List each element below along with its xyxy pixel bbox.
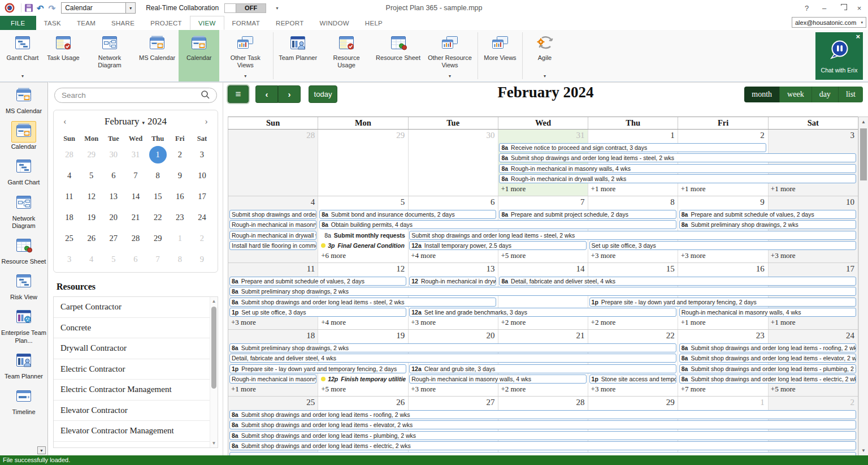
list-item[interactable]: Drywall Contractor [54,338,218,359]
menu-tab-window[interactable]: WINDOW [312,16,357,30]
mini-calendar-day[interactable]: 4 [58,165,80,186]
ribbon-button-team-planner[interactable]: Team Planner [275,30,320,81]
mini-calendar-day[interactable]: 28 [58,144,80,165]
calendar-event[interactable]: Rough-in mechanical in masonry v [229,220,316,229]
sidebar-expand-icon[interactable]: ▼ [37,446,46,454]
mini-calendar-day[interactable]: 13 [102,186,124,207]
view-button-day[interactable]: day [812,87,839,102]
calendar-event[interactable]: Rough-in mechanical in masonry walls, 4 … [679,308,856,317]
list-item[interactable]: Elevator Contractor Management [54,421,218,442]
calendar-event[interactable]: Submit shop drawings and order long lead… [409,231,856,240]
mini-calendar-day[interactable]: 6 [102,165,124,186]
menu-tab-format[interactable]: FORMAT [224,16,268,30]
ribbon-button-task-usage[interactable]: Task Usage [43,30,84,81]
mini-calendar-day[interactable]: 24 [191,207,213,228]
mini-calendar-day[interactable]: 9 [191,249,213,270]
mini-calendar-day[interactable]: 17 [191,186,213,207]
calendar-event[interactable]: 8aSubmit bond and insurance documents, 2… [319,210,496,219]
mini-calendar-day[interactable]: 22 [147,207,169,228]
search-box[interactable] [54,88,217,103]
calendar-event[interactable]: 8aSubmit preliminary shop drawings, 2 wk… [229,287,856,296]
mini-calendar-day[interactable]: 9 [169,165,191,186]
calendar-event[interactable]: 1pSet up site office, 3 days [229,308,406,317]
mini-calendar-day[interactable]: 12 [80,186,102,207]
mini-calendar-day[interactable]: 21 [124,207,146,228]
mini-calendar-day[interactable]: 29 [147,228,169,249]
more-link[interactable]: +3 more [681,251,706,260]
realtime-collab-toggle[interactable]: OFF [224,3,266,13]
mini-calendar-day[interactable]: 19 [80,207,102,228]
ribbon-button-gantt-chart[interactable]: Gantt Chart▾ [2,30,43,81]
calendar-event[interactable]: 8aSubmit shop drawings and order long le… [229,441,856,450]
mini-calendar-day[interactable]: 3 [191,144,213,165]
sidebar-item-resource-sheet[interactable]: Resource Sheet [0,236,47,265]
calendar-event[interactable]: 8aSubmit shop drawings and order long le… [499,153,856,162]
chat-with-erix-button[interactable]: × Chat with Erix [815,32,863,80]
mini-calendar-next-icon[interactable]: › [205,116,208,127]
calendar-event[interactable]: 3pFinal General Condition [319,241,406,250]
more-link[interactable]: +1 more [681,184,706,193]
mini-calendar-day[interactable]: 2 [169,144,191,165]
mini-calendar-day[interactable]: 10 [191,165,213,186]
mini-calendar-day[interactable]: 31 [124,144,146,165]
calendar-event[interactable]: 1pStone site access and tempora [589,374,676,384]
menu-tab-share[interactable]: SHARE [103,16,142,30]
mini-calendar-day[interactable]: 6 [124,249,146,270]
calendar-event[interactable]: 8aSubmit shop drawings and order long le… [679,343,856,352]
calendar-scrollbar[interactable]: ▲ ▼ [858,117,868,455]
maximize-button[interactable] [833,0,850,16]
calendar-event[interactable]: 8aRough-in mechanical in masonry walls, … [499,164,856,173]
more-link[interactable]: +1 more [501,184,526,193]
mini-calendar-day[interactable]: 27 [102,228,124,249]
sidebar-item-risk-view[interactable]: Risk View [0,272,47,301]
calendar-event[interactable]: 8aSubmit shop drawings and order long le… [679,364,856,373]
sidebar-item-network-diagram[interactable]: Network Diagram [0,193,47,230]
more-link[interactable]: +1 more [591,184,616,193]
mini-calendar-day[interactable]: 28 [124,228,146,249]
search-input[interactable] [62,91,192,100]
menu-tab-view[interactable]: VIEW [190,16,224,30]
scroll-up-icon[interactable]: ▲ [210,299,218,304]
mini-calendar-day[interactable]: 18 [58,207,80,228]
dropdown-arrow-icon[interactable]: ▼ [125,3,135,13]
calendar-event[interactable]: 12Rough-in mechanical in drywa [409,277,496,286]
view-button-month[interactable]: month [744,87,780,102]
sidebar-item-timeline[interactable]: Timeline [0,386,47,416]
more-link[interactable]: +5 more [501,251,526,260]
mini-calendar-day[interactable]: 5 [80,165,102,186]
view-selector-dropdown[interactable]: Calendar ▼ [61,2,136,14]
scroll-down-icon[interactable]: ▼ [859,448,868,453]
scrollbar-thumb[interactable] [211,307,216,389]
mini-calendar-day[interactable]: 8 [147,165,169,186]
ribbon-button-more-views[interactable]: More Views [480,30,520,81]
ribbon-button-other-resource-views[interactable]: Other Resource Views▾ [424,30,476,81]
mini-calendar-day[interactable]: 4 [80,249,102,270]
more-link[interactable]: +1 more [231,385,256,394]
ribbon-button-agile[interactable]: Agile▾ [524,30,565,81]
mini-calendar-day[interactable]: 15 [147,186,169,207]
calendar-event[interactable]: 8aSubmit shop drawings and order long le… [229,298,496,307]
calendar-event[interactable]: Detail, fabricate and deliver steel, 4 w… [229,354,676,363]
resources-scrollbar[interactable]: ▲ ▼ [210,297,218,447]
list-item[interactable]: Carpet Contractor [54,297,218,318]
undo-button[interactable]: ↶ [37,4,44,12]
calendar-event[interactable]: 1pPrepare site - lay down yard and tempo… [229,364,406,373]
menu-tab-report[interactable]: REPORT [268,16,312,30]
sidebar-item-enterprise-team-plan[interactable]: Enterprise Team Plan... [0,307,47,344]
mini-calendar-day[interactable]: 26 [80,228,102,249]
mini-calendar-day[interactable]: 23 [169,207,191,228]
more-link[interactable]: +1 more [681,318,706,327]
mini-calendar-prev-icon[interactable]: ‹ [63,116,67,127]
mini-calendar-day[interactable]: 5 [102,249,124,270]
mini-calendar-day[interactable]: 2 [191,228,213,249]
mini-calendar-day[interactable]: 20 [102,207,124,228]
list-item[interactable]: Elevator Contractor [54,401,218,421]
calendar-event[interactable]: Set up site office, 3 days [589,241,856,250]
menu-tab-file[interactable]: FILE [0,16,36,30]
ribbon-button-resource-usage[interactable]: Resource Usage [320,30,372,81]
ribbon-button-other-task-views[interactable]: Other Task Views▾ [219,30,271,81]
calendar-event[interactable]: 8aPrepare and submit project schedule, 2… [499,210,676,219]
mini-calendar-day[interactable]: 3 [58,249,80,270]
more-link[interactable]: +3 more [771,251,796,260]
ribbon-button-network-diagram[interactable]: Network Diagram [84,30,136,81]
